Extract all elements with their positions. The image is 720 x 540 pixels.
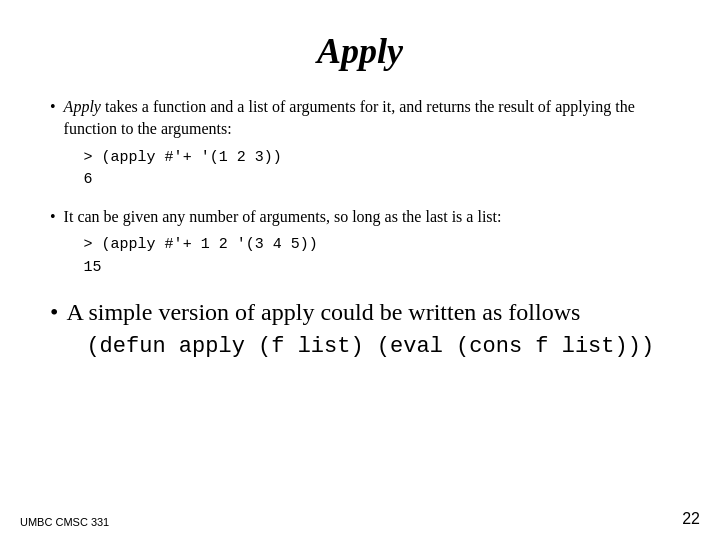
bullet2-code: > (apply #'+ 1 2 '(3 4 5)) 15 (84, 234, 670, 279)
bullet3-code: (defun apply (f list) (eval (cons f list… (86, 332, 670, 363)
bullet-item-3: • A simple version of apply could be wri… (50, 297, 670, 363)
bullet1-text: takes a function and a list of arguments… (64, 98, 635, 137)
bullet-text-2: It can be given any number of arguments,… (64, 206, 670, 279)
bullet-text-1: Apply takes a function and a list of arg… (64, 96, 670, 192)
footer-right: 22 (682, 510, 700, 528)
bullet3-code-line-1: (defun apply (f list) (eval (cons f list… (86, 332, 670, 363)
bullet1-italic: Apply (64, 98, 101, 115)
bullet1-code-line-1: > (apply #'+ '(1 2 3)) (84, 147, 670, 170)
bullet3-text: A simple version of apply could be writt… (66, 299, 580, 325)
bullet2-code-line-1: > (apply #'+ 1 2 '(3 4 5)) (84, 234, 670, 257)
bullet-item-1: • Apply takes a function and a list of a… (50, 96, 670, 192)
bullet-dot-3: • (50, 297, 58, 328)
bullet-dot-1: • (50, 96, 56, 118)
bullet2-code-line-2: 15 (84, 257, 670, 280)
slide-content: • Apply takes a function and a list of a… (50, 96, 670, 510)
bullet2-text: It can be given any number of arguments,… (64, 208, 502, 225)
footer-left: UMBC CMSC 331 (20, 516, 109, 528)
bullet-dot-2: • (50, 206, 56, 228)
slide-container: Apply • Apply takes a function and a lis… (0, 0, 720, 540)
bullet1-code: > (apply #'+ '(1 2 3)) 6 (84, 147, 670, 192)
slide-title: Apply (50, 30, 670, 72)
bullet-item-2: • It can be given any number of argument… (50, 206, 670, 279)
bullet1-code-line-2: 6 (84, 169, 670, 192)
bullet-text-3: A simple version of apply could be writt… (66, 297, 670, 363)
